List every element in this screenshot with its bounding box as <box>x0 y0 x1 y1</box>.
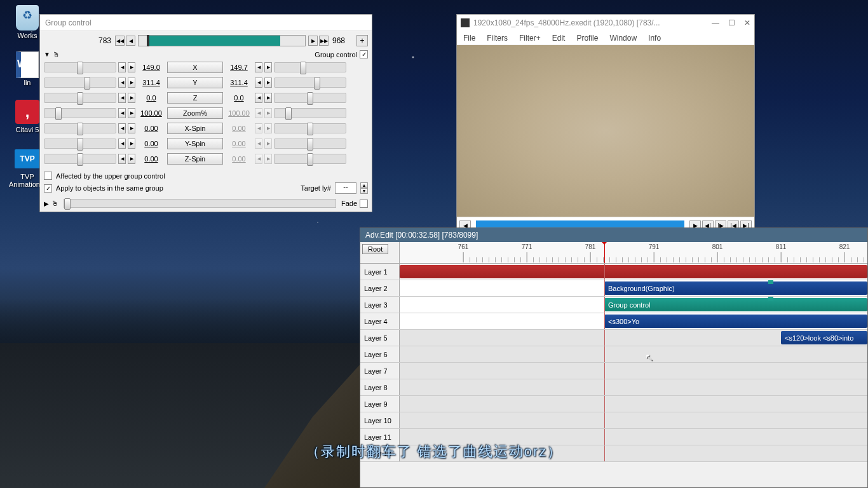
param-left-inc[interactable]: ▶ <box>128 123 135 133</box>
param-left-dec[interactable]: ◀ <box>118 78 126 88</box>
param-left-inc[interactable]: ▶ <box>128 154 135 164</box>
menu-info[interactable]: Info <box>648 34 661 43</box>
group-control-title[interactable]: Group control <box>40 15 372 31</box>
param-right-slider[interactable] <box>274 123 346 133</box>
root-button[interactable]: Root <box>362 244 388 254</box>
param-left-slider[interactable] <box>44 123 116 133</box>
param-left-inc[interactable]: ▶ <box>128 78 135 88</box>
param-right-value[interactable]: 0.00 <box>225 155 253 163</box>
layer-name[interactable]: Layer 3 <box>360 297 400 313</box>
layer-track[interactable] <box>400 396 867 412</box>
fade-check[interactable] <box>360 200 368 208</box>
menu-window[interactable]: Window <box>609 34 637 43</box>
fade-slider[interactable] <box>64 199 336 208</box>
param-right-inc[interactable]: ▶ <box>264 62 272 72</box>
param-left-slider[interactable] <box>44 154 116 164</box>
timeline-playhead[interactable] <box>604 242 605 263</box>
param-right-inc[interactable]: ▶ <box>264 78 272 88</box>
param-right-inc[interactable]: ▶ <box>264 154 272 164</box>
param-right-dec[interactable]: ◀ <box>255 62 262 72</box>
param-right-value[interactable]: 311.4 <box>225 79 253 86</box>
param-left-inc[interactable]: ▶ <box>128 108 135 118</box>
param-right-dec[interactable]: ◀ <box>255 108 262 118</box>
frame-last-button[interactable]: ▶▶ <box>319 36 329 46</box>
param-left-dec[interactable]: ◀ <box>118 123 126 133</box>
param-right-slider[interactable] <box>274 78 346 88</box>
param-right-dec[interactable]: ◀ <box>255 154 262 164</box>
menu-filter+[interactable]: Filter+ <box>519 34 541 43</box>
expand-toggle-icon[interactable]: ▼ <box>44 51 50 58</box>
timeline-clip[interactable]: Group control <box>604 298 867 311</box>
maximize-button[interactable]: ☐ <box>728 18 735 27</box>
param-right-slider[interactable] <box>274 62 346 72</box>
timeline-ruler[interactable]: 761771781791801811821 <box>400 242 867 263</box>
apply-same-group-check[interactable]: ✓ <box>44 184 52 193</box>
param-right-slider[interactable] <box>274 154 346 164</box>
frame-slider[interactable] <box>138 35 306 46</box>
param-left-value[interactable]: 149.0 <box>137 64 165 71</box>
group-control-enable-check[interactable]: ✓ <box>360 50 368 58</box>
param-name-button[interactable]: Z <box>167 92 223 104</box>
param-left-slider[interactable] <box>44 78 116 88</box>
layer-track[interactable] <box>400 412 867 428</box>
layer-name[interactable]: Layer 9 <box>360 396 400 412</box>
param-right-slider[interactable] <box>274 108 346 118</box>
param-right-dec[interactable]: ◀ <box>255 78 262 88</box>
affected-upper-check[interactable] <box>44 172 52 180</box>
param-left-value[interactable]: 0.00 <box>137 155 165 163</box>
param-name-button[interactable]: Z-Spin <box>167 153 223 165</box>
layer-track[interactable]: <s120>look <s80>into <box>400 330 867 346</box>
footer-expand-icon[interactable]: ▶ <box>44 200 49 207</box>
param-left-dec[interactable]: ◀ <box>118 154 126 164</box>
frame-current[interactable]: 783 <box>44 36 114 45</box>
timeline-title[interactable]: Adv.Edit [00:00:32.58] [783/8099] <box>360 228 867 242</box>
layer-name[interactable]: Layer 7 <box>360 363 400 379</box>
layer-track[interactable] <box>400 363 867 379</box>
param-left-slider[interactable] <box>44 108 116 118</box>
param-left-value[interactable]: 100.00 <box>137 109 165 117</box>
menu-file[interactable]: File <box>463 34 475 43</box>
param-right-inc[interactable]: ▶ <box>264 139 272 149</box>
param-name-button[interactable]: Y <box>167 77 223 88</box>
param-name-button[interactable]: X-Spin <box>167 123 223 134</box>
param-right-dec[interactable]: ◀ <box>255 123 262 133</box>
param-right-inc[interactable]: ▶ <box>264 123 272 133</box>
param-right-dec[interactable]: ◀ <box>255 93 262 103</box>
param-right-slider[interactable] <box>274 139 346 149</box>
param-left-slider[interactable] <box>44 93 116 103</box>
layer-track[interactable]: m <box>400 346 867 362</box>
frame-first-button[interactable]: ◀◀ <box>115 36 125 46</box>
param-name-button[interactable]: Zoom% <box>167 107 223 119</box>
close-button[interactable]: ✕ <box>744 18 750 27</box>
target-down[interactable]: ▼ <box>360 188 368 194</box>
param-left-value[interactable]: 0.00 <box>137 140 165 147</box>
target-layer-select[interactable]: -- <box>335 182 356 194</box>
layer-track[interactable] <box>400 379 867 395</box>
menu-filters[interactable]: Filters <box>487 34 508 43</box>
param-right-value[interactable]: 0.00 <box>225 140 253 147</box>
param-left-value[interactable]: 0.00 <box>137 125 165 132</box>
param-left-dec[interactable]: ◀ <box>118 139 126 149</box>
frame-next-button[interactable]: ▶ <box>308 36 318 46</box>
timeline-clip[interactable]: <s300>Yo <box>604 315 867 328</box>
layer-name[interactable]: Layer 6 <box>360 346 400 362</box>
param-right-value[interactable]: 100.00 <box>225 109 253 117</box>
param-right-slider[interactable] <box>274 93 346 103</box>
layer-name[interactable]: Layer 1 <box>360 264 400 280</box>
layer-track[interactable] <box>400 264 867 280</box>
param-left-value[interactable]: 0.0 <box>137 94 165 102</box>
param-right-value[interactable]: 0.00 <box>225 125 253 132</box>
layer-name[interactable]: Layer 10 <box>360 412 400 428</box>
target-up[interactable]: ▲ <box>360 182 368 188</box>
add-button[interactable]: + <box>356 35 368 46</box>
param-left-slider[interactable] <box>44 139 116 149</box>
layer-name[interactable]: Layer 8 <box>360 379 400 395</box>
param-right-inc[interactable]: ▶ <box>264 108 272 118</box>
param-left-inc[interactable]: ▶ <box>128 62 135 72</box>
param-name-button[interactable]: Y-Spin <box>167 138 223 149</box>
timeline-clip[interactable]: Background(Graphic) <box>604 281 867 295</box>
layer-name[interactable]: Layer 5 <box>360 330 400 346</box>
param-name-button[interactable]: X <box>167 62 223 73</box>
param-right-value[interactable]: 0.0 <box>225 94 253 102</box>
layer-name[interactable]: Layer 4 <box>360 313 400 329</box>
